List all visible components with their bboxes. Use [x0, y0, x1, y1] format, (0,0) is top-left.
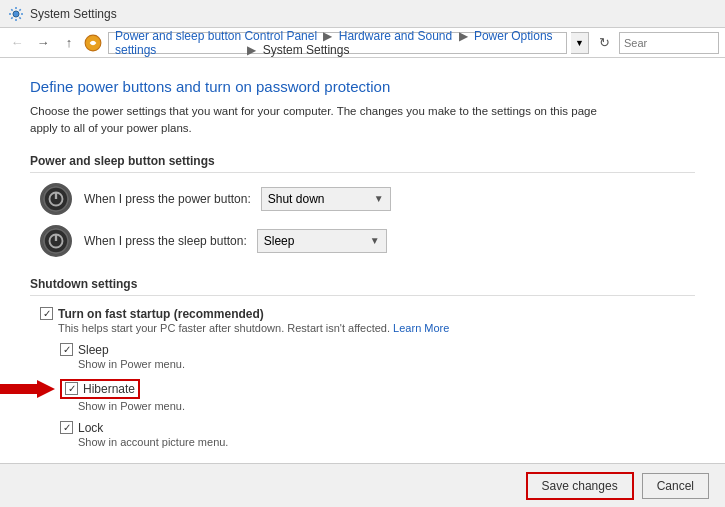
power-icon [40, 183, 72, 215]
power-button-row: When I press the power button: Shut down… [40, 183, 695, 215]
sleep-wrapper: ✓ Sleep [60, 343, 185, 357]
lock-label: Lock [78, 421, 103, 435]
sleep-icon [40, 225, 72, 257]
lock-sub-desc: Show in account picture menu. [78, 436, 228, 448]
back-button[interactable]: ← [6, 32, 28, 54]
shutdown-section-header: Shutdown settings [30, 277, 695, 296]
location-icon [84, 34, 102, 52]
title-bar-text: System Settings [30, 7, 117, 21]
sleep-button-row: When I press the sleep button: Sleep ▼ [40, 225, 695, 257]
power-button-select[interactable]: Shut down ▼ [261, 187, 391, 211]
main-content: Define power buttons and turn on passwor… [0, 58, 725, 507]
red-arrow-annotation [0, 378, 55, 403]
power-select-arrow: ▼ [374, 193, 384, 204]
power-button-value: Shut down [268, 192, 325, 206]
search-input[interactable] [619, 32, 719, 54]
button-settings-section: Power and sleep button settings When I p… [30, 154, 695, 257]
hibernate-checkbox[interactable]: ✓ [65, 382, 78, 395]
fast-startup-wrapper: ✓ Turn on fast startup (recommended) [40, 307, 449, 321]
lock-wrapper: ✓ Lock [60, 421, 228, 435]
sleep-checkbox[interactable]: ✓ [60, 343, 73, 356]
breadcrumb-text: Control Panel ▶ Hardware and Sound ▶ Pow… [244, 29, 560, 57]
save-changes-button[interactable]: Save changes [526, 472, 634, 500]
hibernate-wrapper: ✓ Hibernate [60, 379, 185, 399]
up-button[interactable]: ↑ [58, 32, 80, 54]
sleep-icon-svg [43, 227, 69, 255]
address-bar: ← → ↑ Power and sleep button settings Co… [0, 28, 725, 58]
bottom-bar: Save changes Cancel [0, 463, 725, 507]
breadcrumb-control-panel[interactable]: Power and sleep button settings [115, 29, 244, 57]
hibernate-highlight-box: ✓ Hibernate [60, 379, 140, 399]
hibernate-label: Hibernate [83, 382, 135, 396]
sleep-button-select[interactable]: Sleep ▼ [257, 229, 387, 253]
app-icon [8, 6, 24, 22]
svg-marker-8 [0, 380, 55, 398]
page-title: Define power buttons and turn on passwor… [30, 78, 695, 95]
cancel-button[interactable]: Cancel [642, 473, 709, 499]
forward-button[interactable]: → [32, 32, 54, 54]
shutdown-section: Shutdown settings ✓ Turn on fast startup… [30, 277, 695, 448]
fast-startup-desc: This helps start your PC faster after sh… [58, 322, 449, 334]
sleep-label: Sleep [78, 343, 109, 357]
lock-checkbox[interactable]: ✓ [60, 421, 73, 434]
sleep-select-arrow: ▼ [370, 235, 380, 246]
power-button-label: When I press the power button: [84, 192, 251, 206]
hibernate-sub-desc: Show in Power menu. [78, 400, 185, 412]
bc-power-options[interactable]: Power Options [474, 29, 553, 43]
fast-startup-row: ✓ Turn on fast startup (recommended) Thi… [40, 306, 695, 334]
breadcrumb: Power and sleep button settings Control … [108, 32, 567, 54]
sleep-button-label: When I press the sleep button: [84, 234, 247, 248]
bc-hardware[interactable]: Hardware and Sound [339, 29, 452, 43]
title-bar: System Settings [0, 0, 725, 28]
fast-startup-checkbox[interactable]: ✓ [40, 307, 53, 320]
svg-point-0 [13, 11, 19, 17]
fast-startup-label: Turn on fast startup (recommended) [58, 307, 264, 321]
button-section-header: Power and sleep button settings [30, 154, 695, 173]
breadcrumb-dropdown[interactable]: ▼ [571, 32, 589, 54]
refresh-button[interactable]: ↻ [593, 32, 615, 54]
sleep-row: ✓ Sleep Show in Power menu. [60, 342, 695, 370]
hibernate-row: ✓ Hibernate Show in Power menu. [60, 378, 695, 412]
power-icon-svg [43, 185, 69, 213]
sleep-button-value: Sleep [264, 234, 295, 248]
bc-current: System Settings [263, 43, 350, 57]
page-description: Choose the power settings that you want … [30, 103, 620, 138]
red-arrow-svg [0, 378, 55, 400]
bc-control-panel[interactable]: Control Panel [244, 29, 317, 43]
sleep-sub-desc: Show in Power menu. [78, 358, 185, 370]
lock-row: ✓ Lock Show in account picture menu. [60, 420, 695, 448]
learn-more-link[interactable]: Learn More [393, 322, 449, 334]
